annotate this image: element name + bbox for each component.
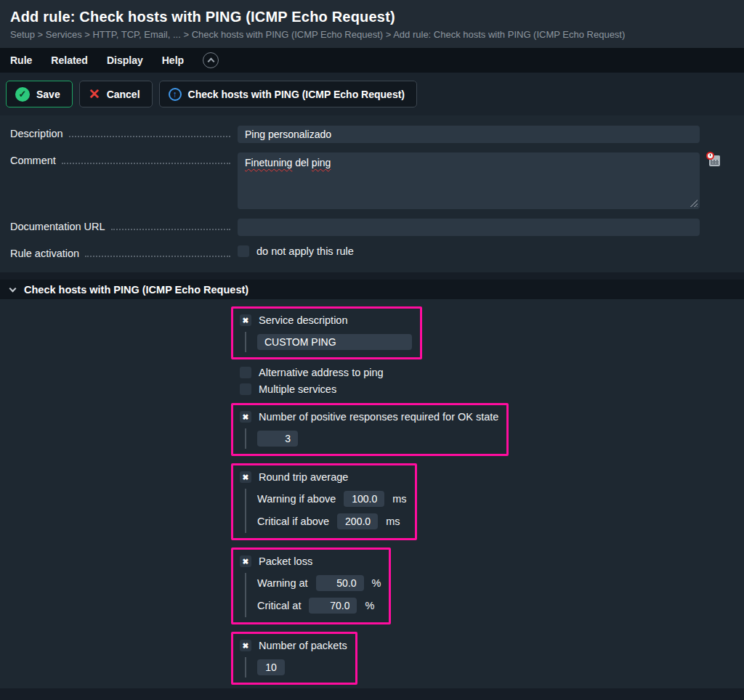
comment-textarea[interactable]: Finetuning del ping <box>238 152 700 209</box>
menu-item-display[interactable]: Display <box>107 54 143 66</box>
packet-loss-critical-input[interactable] <box>309 598 357 614</box>
leader-dots <box>111 222 230 230</box>
documentation-url-row: Documentation URL <box>10 219 734 236</box>
menubar: Rule Related Display Help <box>0 48 744 72</box>
comment-text: Finetuning <box>245 157 292 168</box>
round-trip-critical-input[interactable] <box>337 513 378 529</box>
menu-item-help[interactable]: Help <box>162 54 184 66</box>
param-service-description: ✖ Service description <box>231 306 422 359</box>
ruleset-link-button[interactable]: ↑ Check hosts with PING (ICMP Echo Reque… <box>159 81 417 107</box>
round-trip-label: Round trip average <box>259 471 348 483</box>
chevron-up-icon <box>207 57 214 65</box>
comment-text: ping <box>312 157 331 168</box>
insert-date-icon[interactable] <box>707 153 720 166</box>
round-trip-warning-row: Warning if above ms <box>257 491 407 507</box>
collapse-menubar-button[interactable] <box>203 52 219 68</box>
page-bottom-spacer <box>0 688 744 700</box>
positive-responses-input[interactable] <box>257 431 298 447</box>
save-button[interactable]: ✓ Save <box>6 81 73 107</box>
checked-cross-icon: ✖ <box>243 473 249 481</box>
positive-responses-label: Number of positive responses required fo… <box>259 411 498 423</box>
checked-cross-icon: ✖ <box>243 642 249 650</box>
param-packet-loss: ✖ Packet loss Warning at % Critical at % <box>231 548 391 624</box>
packet-loss-checkbox[interactable]: ✖ <box>240 555 251 567</box>
number-of-packets-label: Number of packets <box>259 640 347 651</box>
round-trip-warning-label: Warning if above <box>257 493 336 505</box>
cancel-button-label: Cancel <box>107 89 140 100</box>
section-content: ✖ Service description Alternative addres… <box>0 299 744 688</box>
number-of-packets-input[interactable] <box>257 659 285 675</box>
checked-cross-icon: ✖ <box>243 317 249 325</box>
service-description-input[interactable] <box>257 334 412 350</box>
packet-loss-label: Packet loss <box>259 555 312 567</box>
checked-cross-icon: ✖ <box>243 558 249 566</box>
rule-activation-checkbox[interactable] <box>238 245 249 257</box>
description-row: Description <box>10 126 734 143</box>
param-round-trip-average: ✖ Round trip average Warning if above ms… <box>231 463 417 540</box>
description-label: Description <box>10 128 63 139</box>
rule-activation-row: Rule activation do not apply this rule <box>10 245 734 259</box>
comment-text: del <box>292 157 311 168</box>
round-trip-critical-label: Critical if above <box>257 516 329 527</box>
leader-dots <box>62 156 230 164</box>
alternative-address-label: Alternative address to ping <box>259 367 384 378</box>
round-trip-warning-unit: ms <box>392 493 406 505</box>
breadcrumb: Setup > Services > HTTP, TCP, Email, ...… <box>10 29 734 40</box>
chevron-down-icon <box>9 285 17 292</box>
save-button-label: Save <box>36 89 60 100</box>
multiple-services-label: Multiple services <box>259 383 336 395</box>
packet-loss-critical-label: Critical at <box>257 600 301 611</box>
section-header-check-hosts-ping[interactable]: Check hosts with PING (ICMP Echo Request… <box>0 280 744 299</box>
service-description-label: Service description <box>259 314 348 326</box>
documentation-url-label: Documentation URL <box>10 221 105 232</box>
cancel-x-icon: ✕ <box>89 87 100 101</box>
leader-dots <box>69 129 230 137</box>
param-alternative-address: Alternative address to ping <box>240 367 734 378</box>
round-trip-critical-row: Critical if above ms <box>257 513 407 529</box>
checked-cross-icon: ✖ <box>243 413 249 421</box>
round-trip-warning-input[interactable] <box>344 491 384 507</box>
leader-dots <box>85 249 230 257</box>
up-arrow-circle-icon: ↑ <box>169 88 182 101</box>
description-input[interactable] <box>238 126 700 143</box>
round-trip-checkbox[interactable]: ✖ <box>240 471 251 483</box>
number-of-packets-checkbox[interactable]: ✖ <box>240 640 251 651</box>
packet-loss-warning-label: Warning at <box>257 577 308 589</box>
round-trip-critical-unit: ms <box>386 516 400 527</box>
param-number-of-packets: ✖ Number of packets <box>231 632 357 685</box>
page-header: Add rule: Check hosts with PING (ICMP Ec… <box>0 0 744 48</box>
packet-loss-critical-row: Critical at % <box>257 598 381 614</box>
comment-label: Comment <box>10 155 56 166</box>
comment-row: Comment Finetuning del ping <box>10 152 734 209</box>
packet-loss-critical-unit: % <box>365 600 374 611</box>
packet-loss-warning-input[interactable] <box>316 575 364 591</box>
menu-item-related[interactable]: Related <box>51 54 88 66</box>
positive-responses-checkbox[interactable]: ✖ <box>240 411 251 423</box>
rule-properties-form: Description Comment Finetuning del ping … <box>0 115 744 272</box>
rule-activation-option-label: do not apply this rule <box>256 245 354 257</box>
rule-activation-label: Rule activation <box>10 248 79 259</box>
packet-loss-warning-unit: % <box>372 577 381 589</box>
multiple-services-checkbox[interactable] <box>240 383 251 395</box>
save-check-icon: ✓ <box>15 87 30 102</box>
cancel-button[interactable]: ✕ Cancel <box>79 81 153 107</box>
action-row: ✓ Save ✕ Cancel ↑ Check hosts with PING … <box>0 72 744 115</box>
param-positive-responses: ✖ Number of positive responses required … <box>231 403 509 456</box>
page-title: Add rule: Check hosts with PING (ICMP Ec… <box>10 9 734 25</box>
section-title: Check hosts with PING (ICMP Echo Request… <box>24 284 248 296</box>
service-description-checkbox[interactable]: ✖ <box>240 314 251 326</box>
ruleset-button-label: Check hosts with PING (ICMP Echo Request… <box>188 89 405 100</box>
menu-item-rule[interactable]: Rule <box>10 54 32 66</box>
documentation-url-input[interactable] <box>238 219 700 236</box>
param-multiple-services: Multiple services <box>240 383 734 395</box>
packet-loss-warning-row: Warning at % <box>257 575 381 591</box>
alternative-address-checkbox[interactable] <box>240 367 251 378</box>
